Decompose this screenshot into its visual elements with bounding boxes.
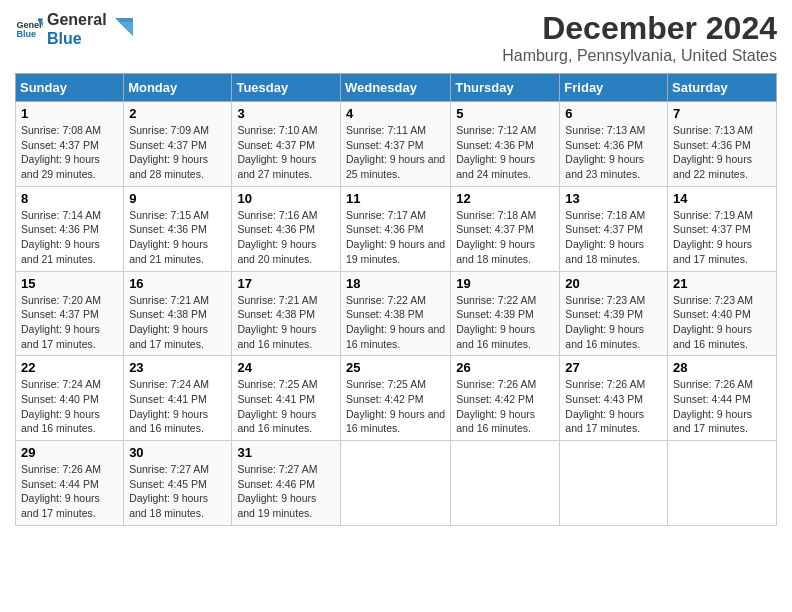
day-number: 10 (237, 191, 335, 206)
calendar-cell: 8 Sunrise: 7:14 AMSunset: 4:36 PMDayligh… (16, 186, 124, 271)
col-header-thursday: Thursday (451, 74, 560, 102)
calendar-cell: 14 Sunrise: 7:19 AMSunset: 4:37 PMDaylig… (668, 186, 777, 271)
logo-blue: Blue (47, 29, 107, 48)
day-info: Sunrise: 7:21 AMSunset: 4:38 PMDaylight:… (129, 294, 209, 350)
day-info: Sunrise: 7:19 AMSunset: 4:37 PMDaylight:… (673, 209, 753, 265)
day-number: 3 (237, 106, 335, 121)
day-info: Sunrise: 7:24 AMSunset: 4:40 PMDaylight:… (21, 378, 101, 434)
day-number: 20 (565, 276, 662, 291)
day-info: Sunrise: 7:08 AMSunset: 4:37 PMDaylight:… (21, 124, 101, 180)
calendar-cell: 9 Sunrise: 7:15 AMSunset: 4:36 PMDayligh… (124, 186, 232, 271)
calendar-cell: 31 Sunrise: 7:27 AMSunset: 4:46 PMDaylig… (232, 441, 341, 526)
day-number: 24 (237, 360, 335, 375)
day-number: 6 (565, 106, 662, 121)
header: General Blue General Blue December 2024 … (15, 10, 777, 65)
calendar-cell: 19 Sunrise: 7:22 AMSunset: 4:39 PMDaylig… (451, 271, 560, 356)
calendar-cell: 24 Sunrise: 7:25 AMSunset: 4:41 PMDaylig… (232, 356, 341, 441)
calendar-cell: 3 Sunrise: 7:10 AMSunset: 4:37 PMDayligh… (232, 102, 341, 187)
calendar-cell: 11 Sunrise: 7:17 AMSunset: 4:36 PMDaylig… (340, 186, 450, 271)
page-title: December 2024 (502, 10, 777, 47)
calendar-week-3: 15 Sunrise: 7:20 AMSunset: 4:37 PMDaylig… (16, 271, 777, 356)
calendar-cell: 29 Sunrise: 7:26 AMSunset: 4:44 PMDaylig… (16, 441, 124, 526)
col-header-saturday: Saturday (668, 74, 777, 102)
calendar-cell: 30 Sunrise: 7:27 AMSunset: 4:45 PMDaylig… (124, 441, 232, 526)
calendar-cell (451, 441, 560, 526)
day-info: Sunrise: 7:27 AMSunset: 4:45 PMDaylight:… (129, 463, 209, 519)
col-header-monday: Monday (124, 74, 232, 102)
calendar-table: SundayMondayTuesdayWednesdayThursdayFrid… (15, 73, 777, 526)
day-number: 23 (129, 360, 226, 375)
col-header-friday: Friday (560, 74, 668, 102)
day-number: 16 (129, 276, 226, 291)
day-info: Sunrise: 7:12 AMSunset: 4:36 PMDaylight:… (456, 124, 536, 180)
calendar-cell: 20 Sunrise: 7:23 AMSunset: 4:39 PMDaylig… (560, 271, 668, 356)
col-header-wednesday: Wednesday (340, 74, 450, 102)
day-info: Sunrise: 7:11 AMSunset: 4:37 PMDaylight:… (346, 124, 445, 180)
day-info: Sunrise: 7:26 AMSunset: 4:44 PMDaylight:… (21, 463, 101, 519)
calendar-week-5: 29 Sunrise: 7:26 AMSunset: 4:44 PMDaylig… (16, 441, 777, 526)
logo-general: General (47, 10, 107, 29)
day-number: 21 (673, 276, 771, 291)
day-number: 11 (346, 191, 445, 206)
day-info: Sunrise: 7:22 AMSunset: 4:39 PMDaylight:… (456, 294, 536, 350)
page: General Blue General Blue December 2024 … (0, 0, 792, 612)
day-info: Sunrise: 7:25 AMSunset: 4:42 PMDaylight:… (346, 378, 445, 434)
day-number: 25 (346, 360, 445, 375)
day-info: Sunrise: 7:26 AMSunset: 4:43 PMDaylight:… (565, 378, 645, 434)
day-info: Sunrise: 7:24 AMSunset: 4:41 PMDaylight:… (129, 378, 209, 434)
calendar-week-4: 22 Sunrise: 7:24 AMSunset: 4:40 PMDaylig… (16, 356, 777, 441)
day-info: Sunrise: 7:22 AMSunset: 4:38 PMDaylight:… (346, 294, 445, 350)
day-number: 1 (21, 106, 118, 121)
calendar-cell: 1 Sunrise: 7:08 AMSunset: 4:37 PMDayligh… (16, 102, 124, 187)
day-number: 8 (21, 191, 118, 206)
svg-text:Blue: Blue (16, 30, 36, 40)
day-number: 30 (129, 445, 226, 460)
calendar-cell: 28 Sunrise: 7:26 AMSunset: 4:44 PMDaylig… (668, 356, 777, 441)
calendar-cell: 21 Sunrise: 7:23 AMSunset: 4:40 PMDaylig… (668, 271, 777, 356)
calendar-cell (560, 441, 668, 526)
day-info: Sunrise: 7:16 AMSunset: 4:36 PMDaylight:… (237, 209, 317, 265)
calendar-cell: 16 Sunrise: 7:21 AMSunset: 4:38 PMDaylig… (124, 271, 232, 356)
day-info: Sunrise: 7:27 AMSunset: 4:46 PMDaylight:… (237, 463, 317, 519)
logo: General Blue General Blue (15, 10, 133, 48)
calendar-cell: 12 Sunrise: 7:18 AMSunset: 4:37 PMDaylig… (451, 186, 560, 271)
col-header-sunday: Sunday (16, 74, 124, 102)
calendar-cell: 13 Sunrise: 7:18 AMSunset: 4:37 PMDaylig… (560, 186, 668, 271)
day-number: 15 (21, 276, 118, 291)
day-info: Sunrise: 7:14 AMSunset: 4:36 PMDaylight:… (21, 209, 101, 265)
day-number: 22 (21, 360, 118, 375)
day-info: Sunrise: 7:17 AMSunset: 4:36 PMDaylight:… (346, 209, 445, 265)
logo-triangle (111, 18, 133, 40)
day-number: 28 (673, 360, 771, 375)
day-info: Sunrise: 7:13 AMSunset: 4:36 PMDaylight:… (565, 124, 645, 180)
day-info: Sunrise: 7:21 AMSunset: 4:38 PMDaylight:… (237, 294, 317, 350)
day-number: 2 (129, 106, 226, 121)
day-number: 29 (21, 445, 118, 460)
calendar-week-2: 8 Sunrise: 7:14 AMSunset: 4:36 PMDayligh… (16, 186, 777, 271)
day-number: 26 (456, 360, 554, 375)
calendar-cell: 26 Sunrise: 7:26 AMSunset: 4:42 PMDaylig… (451, 356, 560, 441)
calendar-cell (340, 441, 450, 526)
day-info: Sunrise: 7:20 AMSunset: 4:37 PMDaylight:… (21, 294, 101, 350)
col-header-tuesday: Tuesday (232, 74, 341, 102)
calendar-cell: 27 Sunrise: 7:26 AMSunset: 4:43 PMDaylig… (560, 356, 668, 441)
calendar-cell (668, 441, 777, 526)
calendar-week-1: 1 Sunrise: 7:08 AMSunset: 4:37 PMDayligh… (16, 102, 777, 187)
calendar-cell: 22 Sunrise: 7:24 AMSunset: 4:40 PMDaylig… (16, 356, 124, 441)
calendar-cell: 23 Sunrise: 7:24 AMSunset: 4:41 PMDaylig… (124, 356, 232, 441)
calendar-cell: 10 Sunrise: 7:16 AMSunset: 4:36 PMDaylig… (232, 186, 341, 271)
calendar-cell: 25 Sunrise: 7:25 AMSunset: 4:42 PMDaylig… (340, 356, 450, 441)
day-number: 31 (237, 445, 335, 460)
day-number: 9 (129, 191, 226, 206)
day-info: Sunrise: 7:18 AMSunset: 4:37 PMDaylight:… (456, 209, 536, 265)
calendar-cell: 7 Sunrise: 7:13 AMSunset: 4:36 PMDayligh… (668, 102, 777, 187)
calendar-cell: 15 Sunrise: 7:20 AMSunset: 4:37 PMDaylig… (16, 271, 124, 356)
day-number: 27 (565, 360, 662, 375)
svg-marker-5 (119, 22, 133, 36)
logo-icon: General Blue (15, 15, 43, 43)
day-number: 14 (673, 191, 771, 206)
day-number: 13 (565, 191, 662, 206)
day-number: 5 (456, 106, 554, 121)
day-number: 17 (237, 276, 335, 291)
calendar-cell: 18 Sunrise: 7:22 AMSunset: 4:38 PMDaylig… (340, 271, 450, 356)
